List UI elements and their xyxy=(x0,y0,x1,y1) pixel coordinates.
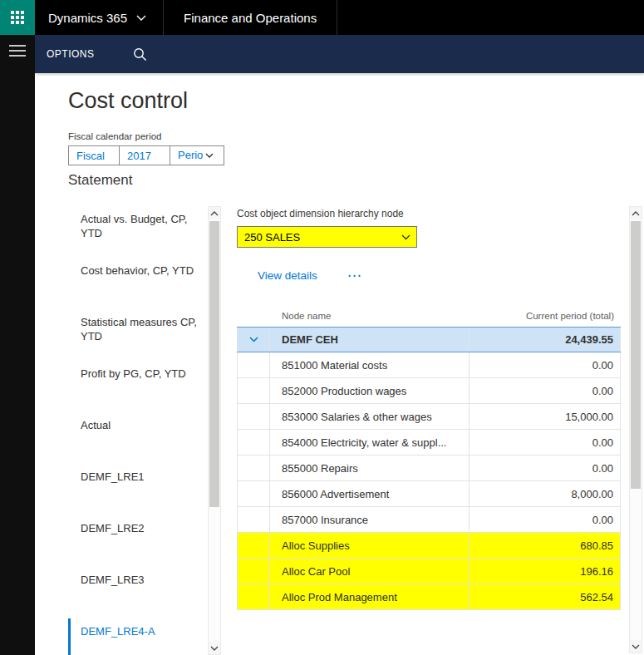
table-row[interactable]: 854000 Electricity, water & suppl... 0.0… xyxy=(237,430,621,456)
nav-sidebar xyxy=(0,35,35,655)
top-bar: Dynamics 365 Finance and Operations xyxy=(0,0,644,35)
current-period-cell: 0.00 xyxy=(469,456,621,480)
current-period-cell: 562.54 xyxy=(469,584,621,609)
app-launcher-button[interactable] xyxy=(0,0,35,35)
command-bar: OPTIONS xyxy=(35,35,644,73)
current-period-cell: 8,000.00 xyxy=(469,481,621,506)
scrollbar-thumb[interactable] xyxy=(209,221,219,507)
app-name[interactable]: Finance and Operations xyxy=(164,0,337,35)
row-selector-cell[interactable] xyxy=(237,481,270,506)
table-row[interactable]: 856000 Advertisement 8,000.00 xyxy=(237,481,621,507)
row-selector-cell[interactable] xyxy=(237,378,270,403)
current-period-cell: 24,439.55 xyxy=(469,328,621,352)
list-item[interactable]: Cost behavior, CP, YTD xyxy=(68,258,208,309)
more-options-button[interactable]: ⋯ xyxy=(347,273,361,279)
page-title: Cost control xyxy=(68,88,188,114)
fiscal-calendar-label: Fiscal calendar period xyxy=(68,131,162,141)
current-period-cell: 680.85 xyxy=(469,533,621,558)
hierarchy-node-combobox[interactable]: 250 SALES xyxy=(237,226,417,248)
chevron-down-icon xyxy=(205,153,214,158)
node-name-cell: 855000 Repairs xyxy=(270,456,469,480)
current-period-cell: 0.00 xyxy=(469,430,621,455)
node-name-cell: Alloc Supplies xyxy=(270,533,469,558)
current-period-cell: 0.00 xyxy=(469,352,621,377)
scroll-up-button[interactable] xyxy=(209,207,220,219)
scrollbar-thumb[interactable] xyxy=(631,221,641,489)
statement-list: Actual vs. Budget, CP, YTD Cost behavior… xyxy=(68,206,208,655)
cost-grid: Node name Current period (total) DEMF CE… xyxy=(237,305,621,610)
table-row-highlighted[interactable]: Alloc Prod Management 562.54 xyxy=(237,584,621,610)
grid-header: Node name Current period (total) xyxy=(237,305,621,327)
node-name-cell: Alloc Car Pool xyxy=(270,559,469,584)
node-name-cell: 852000 Production wages xyxy=(270,378,469,403)
current-period-cell: 0.00 xyxy=(469,507,621,532)
current-period-cell: 15,000.00 xyxy=(469,404,621,429)
list-item[interactable]: DEMF_LRE1 xyxy=(68,464,208,515)
list-item[interactable]: DEMF_LRE2 xyxy=(68,515,208,567)
table-row-highlighted[interactable]: Alloc Car Pool 196.16 xyxy=(237,559,621,584)
scroll-up-button[interactable] xyxy=(630,207,642,219)
statement-detail-panel: Cost object dimension hierarchy node 250… xyxy=(237,206,621,655)
brand-switcher[interactable]: Dynamics 365 xyxy=(35,0,163,35)
brand-label: Dynamics 365 xyxy=(48,11,127,25)
row-selector-cell[interactable] xyxy=(237,456,270,480)
column-header-node-name[interactable]: Node name xyxy=(270,311,469,321)
fiscal-period-segment[interactable]: Perio xyxy=(170,145,224,165)
statement-list-scrollbar[interactable] xyxy=(208,206,221,655)
row-selector-cell[interactable] xyxy=(237,404,270,429)
table-row[interactable]: DEMF CEH 24,439.55 xyxy=(237,327,621,352)
chevron-down-icon xyxy=(249,337,258,342)
table-row[interactable]: 855000 Repairs 0.00 xyxy=(237,456,621,481)
dynamics-365-window: Dynamics 365 Finance and Operations OPTI… xyxy=(0,0,644,655)
list-item[interactable]: Profit by PG, CP, YTD xyxy=(68,361,208,412)
node-name-cell: Alloc Prod Management xyxy=(270,584,469,609)
table-row[interactable]: 853000 Salaries & other wages 15,000.00 xyxy=(237,404,621,430)
fiscal-period-value: Perio xyxy=(178,145,203,165)
chevron-down-icon xyxy=(136,15,146,21)
list-item[interactable]: Statistical measures CP, YTD xyxy=(68,309,208,361)
row-selector-cell[interactable] xyxy=(237,584,270,609)
row-selector-cell[interactable] xyxy=(237,507,270,532)
waffle-icon xyxy=(11,11,24,24)
topbar-divider xyxy=(337,0,337,35)
list-item-selected[interactable]: DEMF_LRE4-A xyxy=(68,618,208,655)
detail-actions: View details ⋯ xyxy=(258,269,621,282)
node-name-cell: 857000 Insurance xyxy=(270,507,469,532)
row-selector-cell[interactable] xyxy=(237,559,270,584)
view-details-link[interactable]: View details xyxy=(258,269,317,282)
node-name-cell: DEMF CEH xyxy=(270,328,469,352)
fiscal-calendar-period-control: Fiscal 2017 Perio xyxy=(68,145,224,165)
fiscal-year-segment[interactable]: 2017 xyxy=(119,145,170,165)
column-header-current-period[interactable]: Current period (total) xyxy=(469,311,621,321)
options-menu[interactable]: OPTIONS xyxy=(47,48,95,60)
list-item[interactable]: Actual vs. Budget, CP, YTD xyxy=(68,206,208,258)
scroll-down-button[interactable] xyxy=(209,642,220,654)
statement-list-panel: Actual vs. Budget, CP, YTD Cost behavior… xyxy=(68,206,221,655)
node-name-cell: 853000 Salaries & other wages xyxy=(270,404,469,429)
current-period-cell: 196.16 xyxy=(469,559,621,584)
current-period-cell: 0.00 xyxy=(469,378,621,403)
chevron-down-icon xyxy=(401,234,410,240)
hierarchy-node-label: Cost object dimension hierarchy node xyxy=(237,208,621,219)
statement-section-title: Statement xyxy=(68,172,133,189)
table-row[interactable]: 857000 Insurance 0.00 xyxy=(237,507,621,533)
table-row-highlighted[interactable]: Alloc Supplies 680.85 xyxy=(237,533,621,559)
statement-content: Actual vs. Budget, CP, YTD Cost behavior… xyxy=(35,206,644,655)
node-name-cell: 851000 Material costs xyxy=(270,352,469,377)
scroll-down-button[interactable] xyxy=(630,640,642,653)
hamburger-menu-icon[interactable] xyxy=(9,45,26,57)
row-selector-cell[interactable] xyxy=(237,352,270,377)
list-item[interactable]: DEMF_LRE3 xyxy=(68,567,208,618)
row-selector-cell[interactable] xyxy=(237,430,270,455)
row-selector-cell[interactable] xyxy=(237,533,270,558)
list-item[interactable]: Actual xyxy=(68,412,208,464)
table-row[interactable]: 852000 Production wages 0.00 xyxy=(237,378,621,404)
row-expand-cell[interactable] xyxy=(237,328,270,352)
table-row[interactable]: 851000 Material costs 0.00 xyxy=(237,352,621,378)
fiscal-type-segment[interactable]: Fiscal xyxy=(68,145,120,165)
detail-scrollbar[interactable] xyxy=(629,206,642,653)
node-name-cell: 854000 Electricity, water & suppl... xyxy=(270,430,469,455)
main-content: Cost control Fiscal calendar period Fisc… xyxy=(35,73,644,655)
node-name-cell: 856000 Advertisement xyxy=(270,481,469,506)
search-icon[interactable] xyxy=(133,47,147,62)
